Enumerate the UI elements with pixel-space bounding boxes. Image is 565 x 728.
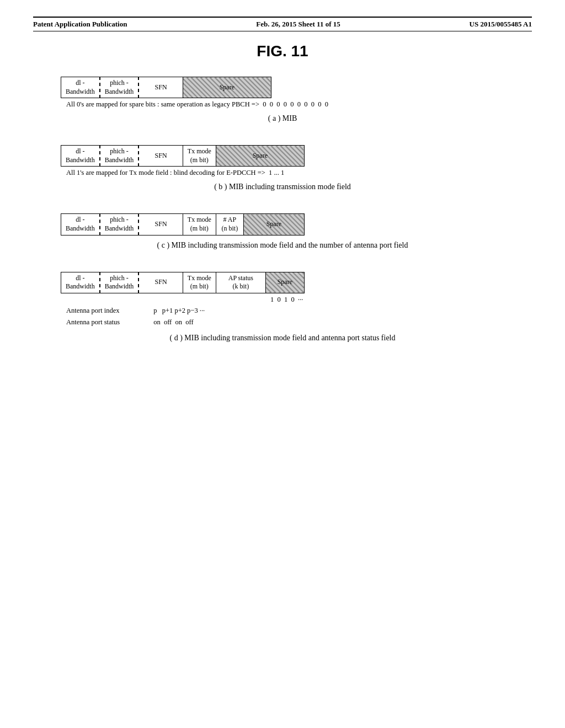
- page: Patent Application Publication Feb. 26, …: [0, 0, 565, 728]
- sfn-d: SFN: [138, 272, 183, 293]
- phich-bw-b: phich -Bandwidth: [100, 146, 139, 167]
- diagram-d: dl -Bandwidth phich -Bandwidth SFN Tx mo…: [33, 272, 532, 343]
- mib-table-a: dl -Bandwidth phich -Bandwidth SFN Spare: [61, 77, 271, 98]
- ap-status-values: on off on off: [153, 318, 193, 326]
- sfn-a: SFN: [138, 77, 183, 98]
- ap-index-values: p p+1 p+2 p−3 ···: [153, 307, 205, 314]
- diagram-b: dl -Bandwidth phich -Bandwidth SFN Tx mo…: [33, 145, 532, 191]
- bit-row-d: 1 0 1 0 ···: [270, 296, 532, 304]
- dl-bw-a: dl -Bandwidth: [61, 77, 100, 98]
- mib-table-c: dl -Bandwidth phich -Bandwidth SFN Tx mo…: [61, 213, 305, 235]
- phich-bw-d: phich -Bandwidth: [100, 272, 139, 293]
- header-right: US 2015/0055485 A1: [470, 20, 532, 29]
- ap-status-row: Antenna port status on off on off: [66, 317, 532, 328]
- diagram-c: dl -Bandwidth phich -Bandwidth SFN Tx mo…: [33, 213, 532, 249]
- ap-info-d: Antenna port index p p+1 p+2 p−3 ··· Ant…: [66, 305, 532, 329]
- spare-d: Spare: [265, 272, 304, 293]
- dl-bw-b: dl -Bandwidth: [61, 146, 100, 167]
- phich-bw-c: phich -Bandwidth: [100, 214, 139, 235]
- note-a: All 0's are mapped for spare bits : same…: [66, 100, 532, 109]
- ap-status-label: Antenna port status: [66, 317, 152, 328]
- header-left: Patent Application Publication: [33, 20, 127, 29]
- txmode-d: Tx mode(m bit): [183, 272, 216, 293]
- apstatus-d: AP status(k bit): [216, 272, 265, 293]
- diagram-a: dl -Bandwidth phich -Bandwidth SFN Spare…: [33, 77, 532, 123]
- caption-c: ( c ) MIB including transmission mode fi…: [33, 241, 532, 250]
- header-bar: Patent Application Publication Feb. 26, …: [33, 17, 532, 31]
- dl-bw-d: dl -Bandwidth: [61, 272, 100, 293]
- note-b: All 1's are mapped for Tx mode field : b…: [66, 169, 532, 177]
- spare-b: Spare: [216, 146, 304, 167]
- fig-title: FIG. 11: [33, 42, 532, 60]
- mib-table-d: dl -Bandwidth phich -Bandwidth SFN Tx mo…: [61, 272, 305, 293]
- header-center: Feb. 26, 2015 Sheet 11 of 15: [256, 20, 340, 29]
- mib-table-b: dl -Bandwidth phich -Bandwidth SFN Tx mo…: [61, 145, 305, 167]
- txmode-b: Tx mode(m bit): [183, 146, 216, 167]
- caption-a: ( a ) MIB: [33, 114, 532, 123]
- caption-d: ( d ) MIB including transmission mode fi…: [33, 334, 532, 342]
- ap-index-label: Antenna port index: [66, 305, 152, 317]
- spare-a: Spare: [183, 77, 271, 98]
- sfn-b: SFN: [138, 146, 183, 167]
- nap-c: # AP(n bit): [216, 214, 243, 235]
- sfn-c: SFN: [138, 214, 183, 235]
- spare-c: Spare: [243, 214, 304, 235]
- phich-bw-a: phich -Bandwidth: [100, 77, 139, 98]
- dl-bw-c: dl -Bandwidth: [61, 214, 100, 235]
- caption-b: ( b ) MIB including transmission mode fi…: [33, 183, 532, 191]
- ap-index-row: Antenna port index p p+1 p+2 p−3 ···: [66, 305, 532, 317]
- txmode-c: Tx mode(m bit): [183, 214, 216, 235]
